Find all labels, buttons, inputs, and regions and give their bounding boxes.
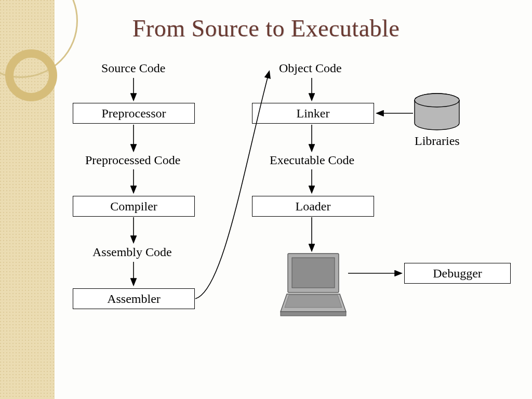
- box-loader: Loader: [252, 196, 374, 217]
- svg-rect-4: [292, 258, 335, 288]
- svg-marker-5: [281, 294, 346, 312]
- svg-point-2: [415, 94, 459, 107]
- box-compiler: Compiler: [73, 196, 195, 217]
- box-assembler: Assembler: [73, 288, 195, 309]
- label-object-code: Object Code: [279, 61, 342, 75]
- box-linker: Linker: [252, 103, 374, 124]
- label-assembly-code: Assembly Code: [92, 245, 172, 259]
- cylinder-libraries-icon: [415, 94, 459, 130]
- label-executable-code: Executable Code: [270, 153, 354, 167]
- label-source-code: Source Code: [101, 61, 165, 75]
- label-libraries: Libraries: [415, 134, 460, 148]
- slide-title: From Source to Executable: [0, 15, 532, 42]
- svg-marker-6: [285, 295, 342, 308]
- svg-rect-3: [288, 254, 339, 292]
- box-preprocessor: Preprocessor: [73, 103, 195, 124]
- svg-rect-7: [281, 312, 346, 316]
- box-debugger: Debugger: [404, 263, 511, 284]
- computer-icon: [281, 254, 346, 316]
- label-preprocessed-code: Preprocessed Code: [85, 153, 180, 167]
- svg-point-1: [415, 94, 459, 107]
- decorative-ring: [5, 49, 57, 101]
